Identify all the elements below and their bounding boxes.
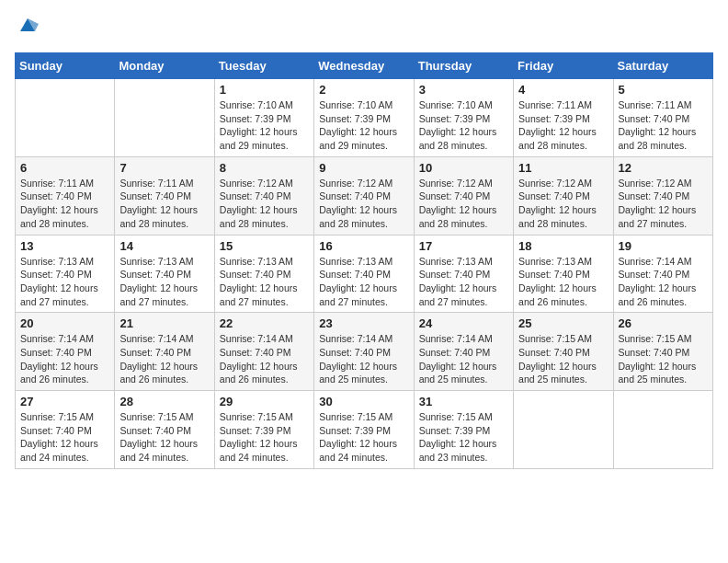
- calendar-day-cell: 24Sunrise: 7:14 AMSunset: 7:40 PMDayligh…: [414, 313, 513, 391]
- day-number: 15: [220, 239, 309, 253]
- day-number: 30: [319, 395, 408, 408]
- day-info: Sunrise: 7:15 AMSunset: 7:40 PMDaylight:…: [119, 410, 209, 465]
- calendar-week-row: 20Sunrise: 7:14 AMSunset: 7:40 PMDayligh…: [16, 313, 713, 391]
- day-info: Sunrise: 7:15 AMSunset: 7:40 PMDaylight:…: [619, 332, 708, 386]
- calendar-day-cell: 10Sunrise: 7:12 AMSunset: 7:40 PMDayligh…: [414, 156, 513, 235]
- day-number: 10: [419, 161, 508, 175]
- day-number: 21: [119, 316, 209, 330]
- day-number: 19: [619, 239, 708, 253]
- day-number: 5: [619, 83, 708, 97]
- day-number: 29: [220, 395, 309, 408]
- calendar-day-cell: 8Sunrise: 7:12 AMSunset: 7:40 PMDaylight…: [214, 156, 313, 235]
- day-info: Sunrise: 7:10 AMSunset: 7:39 PMDaylight:…: [220, 98, 309, 153]
- day-number: 2: [319, 83, 408, 97]
- calendar-day-cell: 30Sunrise: 7:15 AMSunset: 7:39 PMDayligh…: [314, 391, 414, 469]
- weekday-header: Thursday: [414, 53, 513, 79]
- calendar-day-cell: 5Sunrise: 7:11 AMSunset: 7:40 PMDaylight…: [613, 79, 712, 157]
- calendar-day-cell: 3Sunrise: 7:10 AMSunset: 7:39 PMDaylight…: [414, 79, 513, 157]
- calendar-week-row: 13Sunrise: 7:13 AMSunset: 7:40 PMDayligh…: [16, 235, 713, 313]
- calendar-day-cell: 15Sunrise: 7:13 AMSunset: 7:40 PMDayligh…: [214, 235, 313, 313]
- day-number: 16: [319, 239, 408, 253]
- day-number: 7: [119, 161, 209, 175]
- calendar-day-cell: 27Sunrise: 7:15 AMSunset: 7:40 PMDayligh…: [16, 391, 115, 469]
- calendar-day-cell: 9Sunrise: 7:12 AMSunset: 7:40 PMDaylight…: [314, 156, 414, 235]
- weekday-header: Saturday: [613, 53, 712, 79]
- weekday-header: Friday: [514, 53, 613, 79]
- day-number: 1: [220, 83, 309, 97]
- calendar-day-cell: 22Sunrise: 7:14 AMSunset: 7:40 PMDayligh…: [214, 313, 313, 391]
- day-info: Sunrise: 7:13 AMSunset: 7:40 PMDaylight:…: [319, 255, 408, 309]
- day-number: 25: [518, 316, 608, 330]
- calendar-day-cell: 12Sunrise: 7:12 AMSunset: 7:40 PMDayligh…: [613, 156, 712, 235]
- day-number: 12: [619, 161, 708, 175]
- calendar-day-cell: [514, 391, 613, 469]
- day-number: 3: [419, 83, 508, 97]
- calendar-day-cell: 21Sunrise: 7:14 AMSunset: 7:40 PMDayligh…: [115, 313, 214, 391]
- calendar-day-cell: 13Sunrise: 7:13 AMSunset: 7:40 PMDayligh…: [16, 235, 115, 313]
- day-info: Sunrise: 7:12 AMSunset: 7:40 PMDaylight:…: [419, 177, 508, 231]
- day-number: 27: [20, 395, 109, 408]
- calendar-day-cell: 7Sunrise: 7:11 AMSunset: 7:40 PMDaylight…: [115, 156, 214, 235]
- calendar-day-cell: 2Sunrise: 7:10 AMSunset: 7:39 PMDaylight…: [314, 79, 414, 157]
- day-number: 14: [119, 239, 209, 253]
- day-number: 31: [419, 395, 508, 408]
- day-info: Sunrise: 7:12 AMSunset: 7:40 PMDaylight:…: [319, 177, 408, 231]
- day-number: 11: [518, 161, 608, 175]
- day-info: Sunrise: 7:14 AMSunset: 7:40 PMDaylight:…: [20, 332, 109, 386]
- day-info: Sunrise: 7:15 AMSunset: 7:39 PMDaylight:…: [419, 410, 508, 465]
- calendar-week-row: 27Sunrise: 7:15 AMSunset: 7:40 PMDayligh…: [16, 391, 713, 469]
- calendar-day-cell: 20Sunrise: 7:14 AMSunset: 7:40 PMDayligh…: [16, 313, 115, 391]
- logo: [15, 15, 39, 41]
- day-info: Sunrise: 7:14 AMSunset: 7:40 PMDaylight:…: [319, 332, 408, 386]
- logo-text: [15, 15, 39, 41]
- day-number: 22: [220, 316, 309, 330]
- day-info: Sunrise: 7:15 AMSunset: 7:40 PMDaylight:…: [20, 410, 109, 465]
- calendar-day-cell: [16, 79, 115, 157]
- day-number: 9: [319, 161, 408, 175]
- day-info: Sunrise: 7:11 AMSunset: 7:40 PMDaylight:…: [20, 177, 109, 231]
- calendar-day-cell: 11Sunrise: 7:12 AMSunset: 7:40 PMDayligh…: [514, 156, 613, 235]
- day-info: Sunrise: 7:11 AMSunset: 7:40 PMDaylight:…: [619, 98, 708, 153]
- weekday-header: Monday: [115, 53, 214, 79]
- day-number: 13: [20, 239, 109, 253]
- day-info: Sunrise: 7:13 AMSunset: 7:40 PMDaylight:…: [518, 255, 608, 309]
- day-info: Sunrise: 7:15 AMSunset: 7:39 PMDaylight:…: [220, 410, 309, 465]
- logo-icon: [17, 15, 39, 37]
- calendar-day-cell: 6Sunrise: 7:11 AMSunset: 7:40 PMDaylight…: [16, 156, 115, 235]
- day-info: Sunrise: 7:10 AMSunset: 7:39 PMDaylight:…: [419, 98, 508, 153]
- calendar-day-cell: 19Sunrise: 7:14 AMSunset: 7:40 PMDayligh…: [613, 235, 712, 313]
- day-info: Sunrise: 7:12 AMSunset: 7:40 PMDaylight:…: [619, 177, 708, 231]
- day-number: 17: [419, 239, 508, 253]
- day-info: Sunrise: 7:12 AMSunset: 7:40 PMDaylight:…: [220, 177, 309, 231]
- weekday-header: Wednesday: [314, 53, 414, 79]
- day-number: 4: [518, 83, 608, 97]
- day-info: Sunrise: 7:14 AMSunset: 7:40 PMDaylight:…: [220, 332, 309, 386]
- calendar-week-row: 1Sunrise: 7:10 AMSunset: 7:39 PMDaylight…: [16, 79, 713, 157]
- calendar-day-cell: 17Sunrise: 7:13 AMSunset: 7:40 PMDayligh…: [414, 235, 513, 313]
- calendar-day-cell: 18Sunrise: 7:13 AMSunset: 7:40 PMDayligh…: [514, 235, 613, 313]
- page-header: [15, 15, 713, 41]
- calendar-day-cell: 29Sunrise: 7:15 AMSunset: 7:39 PMDayligh…: [214, 391, 313, 469]
- day-info: Sunrise: 7:10 AMSunset: 7:39 PMDaylight:…: [319, 98, 408, 153]
- day-info: Sunrise: 7:11 AMSunset: 7:39 PMDaylight:…: [518, 98, 608, 153]
- day-number: 24: [419, 316, 508, 330]
- day-number: 26: [619, 316, 708, 330]
- calendar-day-cell: 16Sunrise: 7:13 AMSunset: 7:40 PMDayligh…: [314, 235, 414, 313]
- day-info: Sunrise: 7:13 AMSunset: 7:40 PMDaylight:…: [419, 255, 508, 309]
- calendar-day-cell: 14Sunrise: 7:13 AMSunset: 7:40 PMDayligh…: [115, 235, 214, 313]
- day-info: Sunrise: 7:14 AMSunset: 7:40 PMDaylight:…: [619, 255, 708, 309]
- calendar-day-cell: 25Sunrise: 7:15 AMSunset: 7:40 PMDayligh…: [514, 313, 613, 391]
- day-info: Sunrise: 7:15 AMSunset: 7:39 PMDaylight:…: [319, 410, 408, 465]
- calendar-table: SundayMondayTuesdayWednesdayThursdayFrid…: [15, 52, 713, 469]
- calendar-header-row: SundayMondayTuesdayWednesdayThursdayFrid…: [16, 53, 713, 79]
- calendar-week-row: 6Sunrise: 7:11 AMSunset: 7:40 PMDaylight…: [16, 156, 713, 235]
- day-number: 23: [319, 316, 408, 330]
- day-number: 18: [518, 239, 608, 253]
- day-info: Sunrise: 7:12 AMSunset: 7:40 PMDaylight:…: [518, 177, 608, 231]
- calendar-day-cell: [613, 391, 712, 469]
- day-info: Sunrise: 7:11 AMSunset: 7:40 PMDaylight:…: [119, 177, 209, 231]
- day-info: Sunrise: 7:13 AMSunset: 7:40 PMDaylight:…: [20, 255, 109, 309]
- day-info: Sunrise: 7:15 AMSunset: 7:40 PMDaylight:…: [518, 332, 608, 386]
- weekday-header: Tuesday: [214, 53, 313, 79]
- calendar-day-cell: 1Sunrise: 7:10 AMSunset: 7:39 PMDaylight…: [214, 79, 313, 157]
